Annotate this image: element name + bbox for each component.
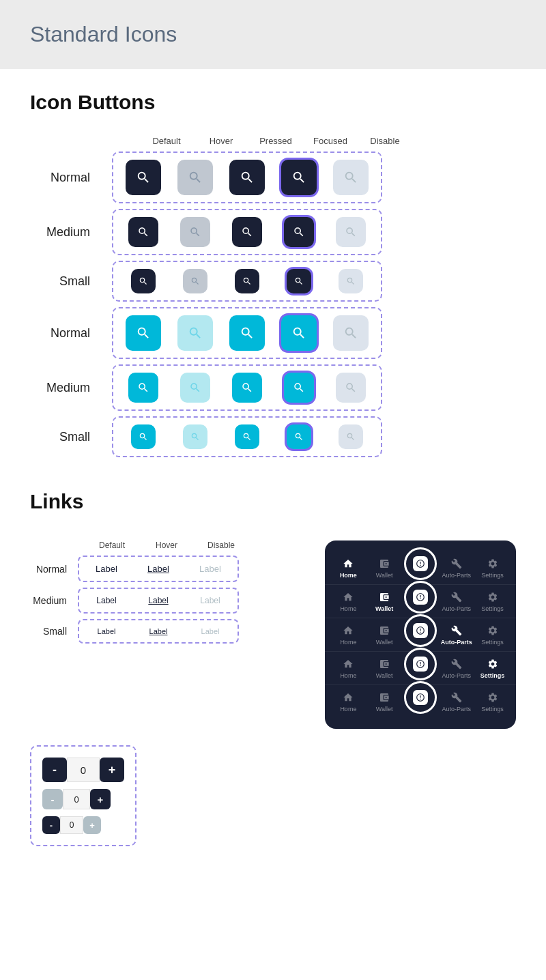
nav-item-home-1[interactable]: Home — [332, 557, 364, 579]
col-slot — [326, 160, 375, 195]
icon-row-medium-cyan: Medium — [30, 364, 516, 411]
stepper-minus-small[interactable]: - — [42, 816, 60, 834]
nav-center-1[interactable] — [405, 556, 436, 580]
stepper-plus-normal[interactable]: + — [100, 758, 124, 782]
nav-item-settings-3[interactable]: Settings — [477, 624, 508, 646]
nav-center-button[interactable] — [404, 547, 437, 580]
nav-center-5[interactable] — [405, 689, 436, 714]
nav-label-wallet-2: Wallet — [375, 605, 393, 612]
icon-btn-normal-dark-focused[interactable] — [281, 160, 317, 195]
icon-btn-medium-dark-disabled — [336, 217, 366, 247]
link-default-medium[interactable]: Label — [92, 594, 120, 607]
col-slot — [171, 217, 220, 247]
nav-item-settings-2[interactable]: Settings — [477, 590, 508, 612]
icon-btn-small-cyan-default[interactable] — [131, 424, 156, 449]
link-hover-medium[interactable]: Label — [144, 594, 172, 607]
nav-item-wallet-2[interactable]: Wallet — [369, 590, 400, 612]
nav-item-settings-4[interactable]: Settings — [477, 657, 508, 679]
icon-btn-normal-dark-default[interactable] — [126, 160, 161, 195]
nav-center-button-4[interactable] — [404, 648, 437, 680]
nav-item-settings-1[interactable]: Settings — [477, 557, 508, 579]
icon-btn-small-dark-hover[interactable] — [183, 269, 207, 293]
stepper-row-small: - 0 + — [42, 816, 124, 834]
icon-btn-normal-dark-hover[interactable] — [177, 160, 213, 195]
nav-item-home-3[interactable]: Home — [332, 624, 364, 646]
icon-btn-small-dark-default[interactable] — [131, 269, 156, 293]
settings-icon-3 — [486, 624, 500, 637]
nav-item-wallet-3[interactable]: Wallet — [369, 624, 400, 646]
icon-btn-small-dark-focused[interactable] — [287, 269, 311, 293]
link-hover-small[interactable]: Label — [145, 626, 172, 637]
nav-center-2[interactable] — [405, 589, 436, 614]
link-default-normal[interactable]: Label — [91, 562, 121, 575]
nav-label-home-5: Home — [340, 706, 356, 712]
icon-btn-small-cyan-pressed[interactable] — [235, 424, 259, 449]
icon-btn-normal-cyan-focused[interactable] — [281, 315, 317, 351]
icon-btn-normal-cyan-pressed[interactable] — [229, 315, 265, 351]
nav-item-wallet-5[interactable]: Wallet — [369, 691, 400, 712]
col-header-disable: Disable — [358, 136, 412, 146]
icon-btn-small-dark-pressed[interactable] — [235, 269, 259, 293]
stepper-plus-medium[interactable]: + — [90, 789, 111, 809]
nav-item-home-4[interactable]: Home — [332, 657, 364, 679]
link-row-medium: Medium Label Label Label — [30, 588, 298, 614]
icon-btn-small-cyan-focused[interactable] — [287, 424, 311, 449]
icon-btn-medium-dark-focused[interactable] — [284, 217, 314, 247]
col-slot — [274, 160, 324, 195]
home-icon-4 — [341, 657, 355, 671]
link-slot: Label — [134, 626, 183, 637]
link-slot: Label — [186, 562, 235, 575]
nav-item-wallet-4[interactable]: Wallet — [369, 657, 400, 679]
icon-btn-normal-cyan-hover[interactable] — [177, 315, 213, 351]
col-slot — [274, 424, 324, 449]
icon-row-small-dark: Small — [30, 261, 516, 302]
icon-btn-small-cyan-hover[interactable] — [183, 424, 207, 449]
icon-btn-medium-dark-pressed[interactable] — [232, 217, 262, 247]
nav-center-icon-2 — [413, 590, 428, 605]
icon-btn-medium-dark-default[interactable] — [128, 217, 158, 247]
nav-item-home-5[interactable]: Home — [332, 691, 364, 712]
link-col-default: Default — [85, 541, 139, 550]
link-hover-normal[interactable]: Label — [143, 562, 173, 575]
page-title: Standard Icons — [30, 22, 516, 47]
links-section: Default Hover Disable Normal Label Label… — [0, 541, 546, 729]
nav-item-home-2[interactable]: Home — [332, 590, 364, 612]
home-icon-2 — [341, 590, 355, 604]
wallet-icon-5 — [377, 691, 391, 704]
nav-item-autoparts-4[interactable]: Auto-Parts — [441, 657, 472, 679]
autoparts-icon — [450, 557, 463, 571]
nav-item-autoparts-1[interactable]: Auto-Parts — [441, 557, 472, 579]
nav-item-autoparts-5[interactable]: Auto-Parts — [441, 691, 472, 712]
link-disabled-small: Label — [197, 626, 224, 637]
nav-item-autoparts-3[interactable]: Auto-Parts — [441, 624, 472, 646]
icon-btn-medium-cyan-hover[interactable] — [180, 373, 210, 403]
page-header: Standard Icons — [0, 0, 546, 69]
nav-center-button-2[interactable] — [404, 581, 437, 614]
autoparts-icon-2 — [450, 590, 463, 604]
icon-btn-normal-cyan-disabled — [333, 315, 369, 351]
links-left-panel: Default Hover Disable Normal Label Label… — [30, 541, 298, 729]
icon-row-medium-dark: Medium — [30, 209, 516, 255]
icon-btn-medium-cyan-focused[interactable] — [284, 373, 314, 403]
wallet-icon-4 — [377, 657, 391, 671]
nav-center-button-5[interactable] — [404, 681, 437, 714]
nav-item-wallet-1[interactable]: Wallet — [369, 557, 400, 579]
icon-btn-normal-dark-pressed[interactable] — [229, 160, 265, 195]
icon-btn-normal-cyan-default[interactable] — [126, 315, 161, 351]
nav-center-3[interactable] — [405, 622, 436, 647]
icon-btn-medium-dark-hover[interactable] — [180, 217, 210, 247]
nav-center-button-3[interactable] — [404, 614, 437, 647]
nav-center-4[interactable] — [405, 656, 436, 680]
col-slot — [274, 269, 324, 293]
link-disabled-normal: Label — [195, 562, 225, 575]
nav-item-settings-5[interactable]: Settings — [477, 691, 508, 712]
col-slot — [171, 373, 220, 403]
link-default-small[interactable]: Label — [94, 626, 120, 637]
icon-btn-medium-cyan-pressed[interactable] — [232, 373, 262, 403]
nav-item-autoparts-2[interactable]: Auto-Parts — [441, 590, 472, 612]
stepper-minus-normal[interactable]: - — [42, 758, 67, 782]
icon-btn-medium-cyan-disabled — [336, 373, 366, 403]
icon-btn-medium-cyan-default[interactable] — [128, 373, 158, 403]
nav-label-home-4: Home — [340, 672, 356, 679]
col-slot — [222, 269, 272, 293]
